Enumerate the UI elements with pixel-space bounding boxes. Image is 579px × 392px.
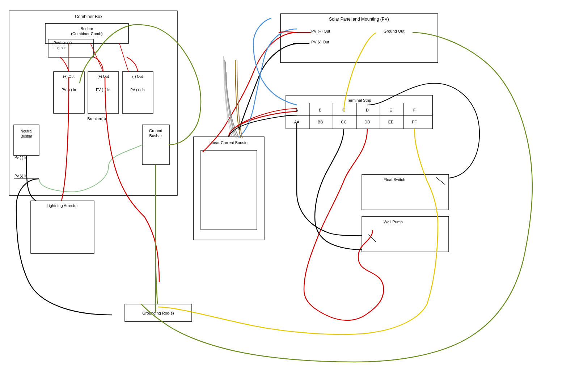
svg-text:E: E bbox=[389, 108, 392, 112]
svg-rect-59 bbox=[362, 216, 449, 252]
svg-rect-56 bbox=[362, 174, 449, 210]
svg-line-61 bbox=[368, 235, 376, 242]
svg-text:PV (-) Out: PV (-) Out bbox=[311, 40, 329, 44]
svg-text:F: F bbox=[413, 108, 416, 112]
svg-text:Ground Out: Ground Out bbox=[384, 29, 404, 33]
svg-rect-55 bbox=[201, 150, 257, 230]
svg-rect-28 bbox=[280, 14, 438, 63]
svg-text:Busbar: Busbar bbox=[21, 134, 32, 138]
svg-rect-33 bbox=[286, 95, 432, 129]
svg-text:Lug out: Lug out bbox=[54, 46, 66, 50]
svg-text:CC: CC bbox=[341, 120, 347, 124]
svg-text:(+) Out: (+) Out bbox=[63, 75, 75, 79]
svg-text:(Combiner Comb): (Combiner Comb) bbox=[71, 31, 102, 36]
svg-text:D: D bbox=[366, 108, 369, 112]
svg-text:PV (+) In: PV (+) In bbox=[96, 88, 110, 92]
svg-text:Busbar: Busbar bbox=[81, 26, 93, 31]
svg-rect-0 bbox=[9, 11, 177, 195]
svg-text:FF: FF bbox=[412, 120, 417, 124]
svg-text:Well Pump: Well Pump bbox=[384, 220, 403, 224]
svg-text:Breaker(s): Breaker(s) bbox=[87, 117, 106, 121]
svg-text:B: B bbox=[319, 108, 321, 112]
pv-neg-in-label: Pv (-) In bbox=[14, 156, 28, 160]
svg-text:Solar Panel and Mounting (PV): Solar Panel and Mounting (PV) bbox=[329, 17, 389, 22]
svg-text:Positive (+): Positive (+) bbox=[54, 41, 72, 45]
svg-text:Ground: Ground bbox=[149, 128, 162, 133]
svg-text:(-) Out: (-) Out bbox=[132, 75, 143, 79]
svg-line-58 bbox=[436, 177, 445, 185]
svg-line-67 bbox=[90, 43, 103, 72]
svg-text:Grounding Rod(s): Grounding Rod(s) bbox=[142, 311, 174, 315]
svg-text:EE: EE bbox=[388, 120, 394, 124]
svg-text:PV (+) In: PV (+) In bbox=[62, 88, 76, 92]
svg-text:PV (+) Out: PV (+) Out bbox=[311, 29, 330, 33]
svg-text:Lightning Arrestor: Lightning Arrestor bbox=[47, 203, 78, 208]
svg-text:C: C bbox=[342, 108, 345, 112]
svg-text:BB: BB bbox=[318, 120, 323, 124]
svg-text:PV (+) In: PV (+) In bbox=[130, 88, 145, 92]
svg-text:(+) Out: (+) Out bbox=[97, 75, 109, 79]
svg-text:Combiner Box: Combiner Box bbox=[75, 14, 102, 19]
svg-text:AA: AA bbox=[294, 120, 300, 124]
svg-rect-62 bbox=[125, 304, 192, 321]
svg-rect-5 bbox=[48, 39, 93, 57]
svg-rect-11 bbox=[88, 72, 119, 113]
svg-text:Neutral: Neutral bbox=[21, 129, 32, 133]
svg-rect-8 bbox=[54, 72, 84, 113]
svg-rect-53 bbox=[194, 137, 264, 240]
svg-rect-18 bbox=[14, 125, 39, 156]
diagram-container: Combiner Box Busbar (Combiner Comb) Posi… bbox=[0, 0, 579, 392]
svg-rect-2 bbox=[45, 24, 128, 43]
svg-line-68 bbox=[119, 43, 128, 72]
svg-text:Linear Current Booster: Linear Current Booster bbox=[208, 140, 249, 145]
svg-text:Busbar: Busbar bbox=[149, 134, 162, 138]
svg-text:A: A bbox=[295, 108, 298, 112]
svg-text:Pv (-) In: Pv (-) In bbox=[14, 174, 28, 178]
svg-text:DD: DD bbox=[364, 120, 370, 124]
svg-rect-26 bbox=[31, 201, 94, 253]
svg-text:Float Switch: Float Switch bbox=[384, 177, 405, 182]
svg-text:Terminal Strip: Terminal Strip bbox=[347, 98, 371, 102]
svg-rect-23 bbox=[142, 125, 169, 165]
wiring-diagram: Combiner Box Busbar (Combiner Comb) Posi… bbox=[0, 0, 579, 392]
svg-rect-14 bbox=[122, 72, 153, 113]
